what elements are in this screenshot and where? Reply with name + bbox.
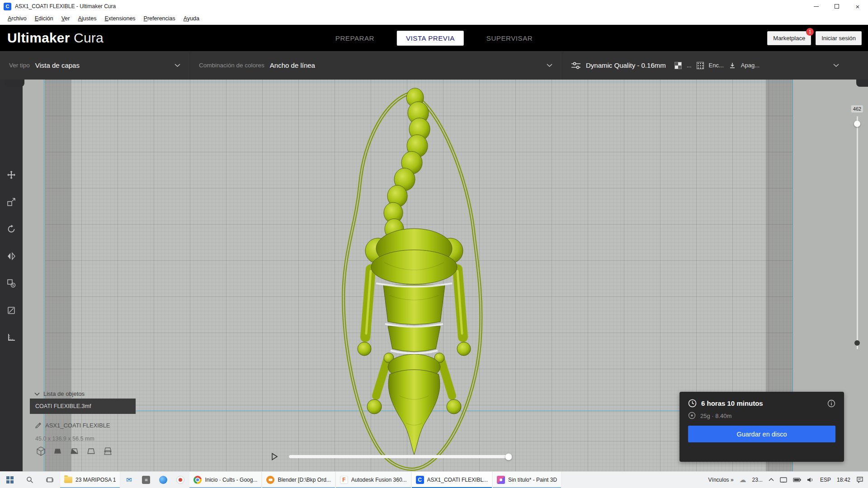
chrome-icon [193, 476, 202, 484]
windows-logo-icon [6, 476, 14, 483]
taskbar-app-media[interactable] [155, 472, 172, 488]
save-to-disk-button[interactable]: Guardar en disco [688, 426, 835, 442]
tray-chevron-up-icon[interactable] [769, 478, 774, 482]
menu-archivo[interactable]: Archivo [4, 15, 31, 22]
profile-label: Dynamic Quality - 0.16mm [586, 61, 666, 69]
plate-filled-icon[interactable] [53, 446, 62, 456]
menu-edición[interactable]: Edición [31, 15, 57, 22]
minimize-button[interactable] [806, 0, 826, 13]
layer-slider[interactable]: 462 [851, 105, 863, 349]
taskbar-app-label: ASX1_COATI FLEXIBL... [427, 477, 488, 483]
simulation-slider-track[interactable] [289, 455, 512, 458]
layer-slider-lower-handle[interactable] [854, 340, 860, 346]
move-tool[interactable] [4, 167, 19, 183]
play-button[interactable] [271, 453, 278, 460]
pencil-icon [35, 422, 41, 428]
view-type-label: Ver tipo [9, 62, 30, 69]
folder-icon [64, 477, 72, 483]
tablet-icon[interactable] [780, 477, 787, 483]
menu-extensiones[interactable]: Extensiones [100, 15, 139, 22]
stage-tabs: PREPARARVISTA PREVIASUPERVISAR [334, 25, 534, 51]
menu-preferencias[interactable]: Preferencias [140, 15, 179, 22]
simulation-slider-handle[interactable] [505, 453, 512, 460]
adhesion-value: Enc... [709, 62, 724, 69]
taskbar-app-label: Autodesk Fusion 360... [351, 477, 407, 483]
taskbar-app-label: Inicio · Cults - Goog... [205, 477, 257, 483]
layer-slider-track[interactable] [857, 116, 858, 349]
print-settings-summary[interactable]: Dynamic Quality - 0.16mm ... Enc... Apag… [562, 51, 868, 80]
menu-bar: ArchivoEdiciónVerAjustesExtensionesPrefe… [0, 13, 868, 25]
menu-ayuda[interactable]: Ayuda [179, 15, 203, 22]
mirror-tool[interactable] [4, 249, 19, 264]
camera-widget[interactable] [856, 80, 868, 87]
plate-outline-icon[interactable] [86, 446, 96, 456]
model-tail [384, 88, 430, 253]
view-type-dropdown[interactable]: Ver tipo Vista de capas [0, 51, 190, 80]
maximize-button[interactable] [826, 0, 847, 13]
taskbar-app-folder[interactable]: 23 MARIPOSA 1 [60, 472, 120, 488]
app-logo: Ultimaker Cura [0, 30, 104, 46]
view-toolbar: Ver tipo Vista de capas Combinación de c… [0, 51, 868, 80]
start-button[interactable] [0, 472, 20, 488]
onedrive-icon[interactable]: ☁ [740, 476, 746, 484]
links-toolbar[interactable]: Vínculos » [708, 477, 734, 483]
menu-ajustes[interactable]: Ajustes [74, 15, 100, 22]
folder-toolbar-overflow[interactable]: 23... [752, 477, 763, 483]
clock[interactable]: 18:42 [837, 477, 850, 483]
marketplace-button[interactable]: Marketplace 1 [767, 31, 811, 45]
per-model-settings-tool[interactable] [4, 276, 19, 291]
sign-in-button[interactable]: Iniciar sesión [816, 31, 862, 45]
taskbar-app-mail[interactable]: ✉ [120, 472, 137, 488]
plate-icons [36, 446, 113, 456]
stage-tab-vista-previa[interactable]: VISTA PREVIA [397, 31, 464, 46]
volume-icon[interactable] [807, 477, 814, 483]
scale-tool[interactable] [4, 194, 19, 210]
print-job-name-row[interactable]: ASX1_COATI FLEXIBLE [35, 422, 110, 429]
logo-ultimaker: Ultimaker [7, 30, 70, 45]
battery-icon[interactable] [793, 478, 801, 482]
mail-icon: ✉ [125, 476, 133, 484]
open-file-button[interactable] [5, 80, 24, 87]
close-button[interactable]: × [847, 0, 868, 13]
color-scheme-dropdown[interactable]: Combinación de colores Ancho de línea [190, 51, 562, 80]
taskbar-app-fusion[interactable]: FAutodesk Fusion 360... [335, 472, 411, 488]
taskbar-app-cura[interactable]: CASX1_COATI FLEXIBL... [411, 472, 493, 488]
stage-tab-supervisar[interactable]: SUPERVISAR [485, 31, 534, 46]
stage-tab-preparar[interactable]: PREPARAR [334, 31, 376, 46]
window-title: ASX1_COATI FLEXIBLE - Ultimaker Cura [15, 3, 116, 9]
measure-tool[interactable] [4, 330, 19, 345]
taskbar-app-paint3d[interactable]: Sin título* - Paint 3D [492, 472, 561, 488]
taskbar-app-label: Blender [D:\Bkp Ord... [278, 477, 330, 483]
search-button[interactable] [20, 472, 40, 488]
taskbar-app-calc[interactable]: = [137, 472, 155, 488]
menu-ver[interactable]: Ver [57, 15, 74, 22]
chevron-down-icon [833, 63, 839, 67]
task-view-button[interactable] [40, 472, 60, 488]
model-cube-icon[interactable] [36, 446, 46, 456]
viewport-3d[interactable]: 462 Lista de objetos COATI FLEXIBLE.3mf … [0, 80, 868, 471]
tune-icon [571, 61, 581, 70]
language-indicator[interactable]: ESP [820, 477, 831, 483]
cura-icon: C [416, 476, 424, 484]
taskbar-app-label: Sin título* - Paint 3D [508, 477, 557, 483]
model-dimensions: 45.0 x 136.9 x 56.5 mm [35, 436, 94, 442]
logo-cura: Cura [70, 30, 104, 45]
taskbar-app-blender[interactable]: Blender [D:\Bkp Ord... [262, 472, 335, 488]
layer-count-badge: 462 [851, 105, 863, 113]
taskbar-apps: 23 MARIPOSA 1✉=Inicio · Cults - Goog...B… [60, 472, 561, 488]
print-job-name: ASX1_COATI FLEXIBLE [45, 422, 110, 429]
taskbar-app-app2[interactable] [172, 472, 189, 488]
material-spool-icon [688, 412, 696, 419]
notification-center-icon[interactable] [856, 477, 863, 483]
print-summary-panel: 6 horas 10 minutos 25g · 8.40m Guardar e… [679, 392, 844, 462]
plate-stack-icon[interactable] [103, 446, 113, 456]
object-list-item[interactable]: COATI FLEXIBLE.3mf [30, 399, 136, 414]
object-list-header[interactable]: Lista de objetos [34, 390, 85, 397]
layer-slider-upper-handle[interactable] [854, 121, 860, 127]
simulation-slider-fill [289, 455, 508, 458]
taskbar-app-chrome[interactable]: Inicio · Cults - Goog... [189, 472, 262, 488]
support-blocker-tool[interactable] [4, 303, 19, 318]
info-icon[interactable] [827, 399, 835, 408]
plate-half-icon[interactable] [70, 446, 79, 456]
rotate-tool[interactable] [4, 221, 19, 237]
